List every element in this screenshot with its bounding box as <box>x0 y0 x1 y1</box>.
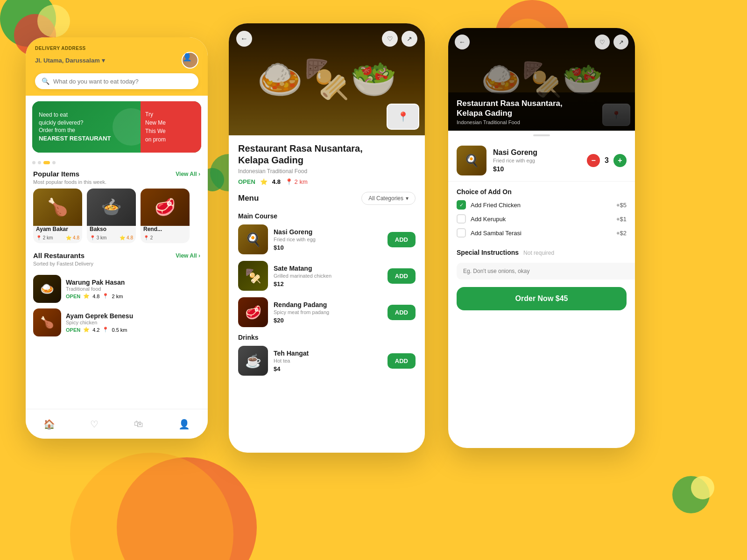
dot-4[interactable] <box>52 161 56 164</box>
food-loc-2: 📍 3 km <box>90 235 106 240</box>
p3-restaurant-type: Indonesian Traditional Food <box>457 119 627 125</box>
menu-item-price-2: $12 <box>274 280 382 287</box>
selected-item-name: Nasi Goreng <box>493 148 580 157</box>
quantity-decrease-button[interactable]: − <box>587 154 600 167</box>
banner-secondary: TryNew MeThis Weon prom <box>141 101 201 153</box>
restaurant-rating: 4.8 <box>272 178 281 185</box>
restaurant-name: Restaurant Rasa Nusantara,Kelapa Gading <box>238 143 416 166</box>
special-instructions-input[interactable] <box>457 263 635 280</box>
menu-item-4: ☕ Teh Hangat Hot tea $4 ADD <box>238 346 416 376</box>
selected-item-row: 🍳 Nasi Goreng Fried rice with egg $10 − … <box>448 140 635 182</box>
food-name-3: Rend... <box>141 226 190 233</box>
dropdown-arrow-icon: ▾ <box>406 195 409 202</box>
addon-checkbox-1[interactable]: ✓ <box>457 200 466 210</box>
restaurant-type-1: Traditional food <box>66 286 125 292</box>
hero-heart-button[interactable]: ♡ <box>382 31 398 47</box>
bottom-nav: 🏠 ♡ 🛍 👤 <box>26 409 208 439</box>
selected-item-price: $10 <box>493 165 580 173</box>
menu-item-name-4: Teh Hangat <box>274 350 382 357</box>
quantity-increase-button[interactable]: + <box>613 154 627 167</box>
restaurant-name-1: Warung Pak Hasan <box>66 279 125 286</box>
p3-restaurant-name: Restaurant Rasa Nusantara,Kelapa Gading <box>457 99 627 118</box>
special-instructions-label: Special Instructions <box>457 249 519 256</box>
popular-title: Popular Items <box>33 170 79 178</box>
food-card-2[interactable]: 🍲 Bakso 📍 3 km ⭐ 4.8 <box>87 189 136 243</box>
food-cards-list: 🍗 Ayam Bakar 📍 2 km ⭐ 4.8 🍲 Bakso 📍 3 km… <box>33 189 200 243</box>
p3-hero-actions: ♡ ↗ <box>595 35 628 49</box>
order-now-button[interactable]: Order Now $45 <box>457 287 627 310</box>
addon-checkbox-2[interactable] <box>457 214 466 224</box>
p3-heart-button[interactable]: ♡ <box>595 35 610 49</box>
addon-price-1: +$5 <box>616 202 627 209</box>
popular-view-all[interactable]: View All › <box>176 171 200 177</box>
restaurant-hero-image: 🍛🍢🥗 ← ♡ ↗ 📍 <box>229 23 425 135</box>
nav-favorites[interactable]: ♡ <box>90 419 99 430</box>
addon-title: Choice of Add On <box>457 188 627 196</box>
restaurants-subtitle: Sorted by Fastest Delivery <box>33 261 200 266</box>
drag-indicator <box>533 134 550 136</box>
avatar[interactable]: 👤 <box>182 52 198 69</box>
addon-label-1: Add Fried Chicken <box>471 202 521 209</box>
map-thumbnail[interactable]: 📍 <box>387 104 419 130</box>
addon-label-2: Add Kerupuk <box>471 216 506 223</box>
search-bar[interactable]: 🔍 <box>35 73 198 89</box>
add-rendang-button[interactable]: ADD <box>388 305 416 320</box>
restaurant-star-1: ⭐ <box>83 293 90 299</box>
special-instructions-hint: Not required <box>523 250 554 256</box>
category-dropdown[interactable]: All Categories ▾ <box>361 192 416 205</box>
add-nasi-goreng-button[interactable]: ADD <box>388 232 416 247</box>
menu-item-name-3: Rendang Padang <box>274 301 382 308</box>
hero-share-button[interactable]: ↗ <box>402 31 417 47</box>
nav-orders[interactable]: 🛍 <box>134 419 143 429</box>
restaurants-view-all[interactable]: View All › <box>176 252 200 259</box>
p3-share-button[interactable]: ↗ <box>613 35 628 49</box>
quantity-control: − 3 + <box>587 154 627 167</box>
p3-back-button[interactable]: ← <box>455 35 470 49</box>
menu-item-1: 🍳 Nasi Goreng Fried rice with egg $10 AD… <box>238 224 416 254</box>
restaurant-card-2[interactable]: 🍗 Ayam Geprek Benesu Spicy chicken OPEN … <box>33 308 200 336</box>
course-main-title: Main Course <box>238 212 416 220</box>
dot-1[interactable] <box>32 161 35 164</box>
restaurant-star-2: ⭐ <box>83 327 90 333</box>
menu-item-desc-3: Spicy meat from padang <box>274 309 382 315</box>
food-image-2: 🍲 <box>87 189 136 226</box>
promo-banner: Need to eatquickly delivered?Order from … <box>32 101 201 153</box>
addon-price-3: +$2 <box>616 230 627 237</box>
restaurant-image-1: 🍛 <box>33 275 61 303</box>
addon-checkbox-3[interactable] <box>457 228 466 238</box>
search-input[interactable] <box>53 78 192 85</box>
dot-3[interactable] <box>43 161 50 164</box>
delivery-address[interactable]: Jl. Utama, Darussalam ▾ <box>35 56 105 65</box>
food-card-1[interactable]: 🍗 Ayam Bakar 📍 2 km ⭐ 4.8 <box>33 189 82 243</box>
menu-item-desc-1: Fried rice with egg <box>274 237 382 242</box>
menu-item-price-3: $20 <box>274 317 382 324</box>
nav-home[interactable]: 🏠 <box>43 419 55 430</box>
add-sate-matang-button[interactable]: ADD <box>388 268 416 284</box>
p3-restaurant-overlay: Restaurant Rasa Nusantara,Kelapa Gading … <box>448 92 635 131</box>
phone-1: DELIVERY ADDRESS Jl. Utama, Darussalam ▾… <box>26 37 208 439</box>
restaurant-rating-2: 4.2 <box>92 327 99 333</box>
food-rating-2: ⭐ 4.8 <box>120 235 133 240</box>
restaurant-pin-2: 📍 <box>102 327 109 333</box>
food-image-1: 🍗 <box>33 189 82 226</box>
add-teh-hangat-button[interactable]: ADD <box>388 353 416 369</box>
restaurant-info: Restaurant Rasa Nusantara,Kelapa Gading … <box>229 135 425 185</box>
nav-profile[interactable]: 👤 <box>178 419 190 430</box>
menu-item-price-4: $4 <box>274 365 382 372</box>
addon-item-3: Add Sambal Terasi +$2 <box>457 228 627 238</box>
addon-item-2: Add Kerupuk +$1 <box>457 214 627 224</box>
menu-item-details-1: Nasi Goreng Fried rice with egg $10 <box>274 228 382 251</box>
food-card-3[interactable]: 🥩 Rend... 📍 2 <box>141 189 190 243</box>
restaurant-distance: 📍 2 km <box>285 178 308 185</box>
dot-2[interactable] <box>38 161 41 164</box>
drag-handle <box>448 131 635 140</box>
back-button[interactable]: ← <box>236 31 252 47</box>
course-drinks-title: Drinks <box>238 334 416 341</box>
restaurants-title: All Restaurants <box>33 252 85 259</box>
menu-item-details-4: Teh Hangat Hot tea $4 <box>274 350 382 372</box>
restaurant-card-1[interactable]: 🍛 Warung Pak Hasan Traditional food OPEN… <box>33 275 200 303</box>
restaurant-info-2: Ayam Geprek Benesu Spicy chicken OPEN ⭐ … <box>66 312 133 333</box>
menu-item-desc-2: Grilled marinated chicken <box>274 273 382 279</box>
menu-item-desc-4: Hot tea <box>274 358 382 364</box>
menu-item-image-1: 🍳 <box>238 224 268 254</box>
